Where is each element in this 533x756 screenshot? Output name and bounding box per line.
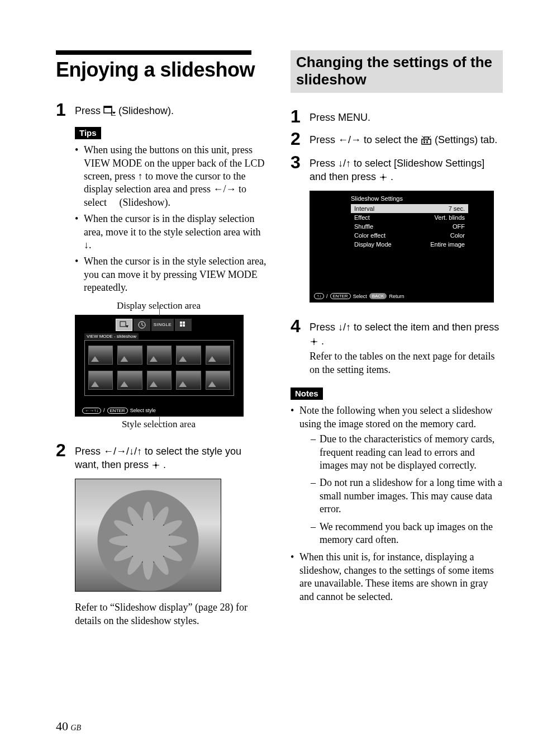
settings-row: Shuffle OFF — [351, 222, 468, 231]
enter-pill: ENTER — [107, 408, 128, 414]
step-text: Press ↓/↑ to select the item and then pr… — [310, 316, 503, 376]
svg-rect-6 — [180, 324, 182, 327]
svg-point-14 — [382, 176, 384, 178]
style-thumb — [176, 346, 201, 365]
style-thumb — [117, 346, 142, 365]
svg-rect-1 — [104, 106, 112, 108]
settings-row: Color effect Color — [351, 231, 468, 240]
step-number: 3 — [291, 152, 310, 171]
callout-line-top — [159, 308, 160, 315]
step-text: Press MENU. — [310, 106, 370, 124]
settings-key: Interval — [354, 205, 374, 212]
hint-text: Select style — [130, 408, 156, 413]
mode-tabs: SINGLE — [116, 319, 192, 331]
step-text-a: Press — [75, 105, 103, 116]
step-2: 2 Press ←/→/↓/↑ to select the style you … — [56, 440, 268, 474]
step-line: . — [163, 459, 166, 470]
flower-petals — [98, 490, 198, 591]
thumb-row — [88, 346, 230, 365]
tips-tag: Tips — [75, 127, 101, 139]
step-number: 4 — [291, 316, 310, 335]
text: (Settings) tab. — [435, 134, 497, 145]
note-sub-item: We recommend you back up images on the m… — [311, 521, 503, 547]
svg-rect-10 — [423, 140, 425, 141]
style-thumb — [88, 346, 113, 365]
step-number: 1 — [291, 106, 310, 125]
enter-icon — [310, 336, 318, 349]
subsection-heading: Changing the settings of the slideshow — [291, 50, 503, 93]
note-sub-item: Due to the characteristics of memory car… — [311, 433, 503, 472]
sample-photo — [75, 479, 221, 592]
r-step-1: 1 Press MENU. — [291, 106, 503, 125]
settings-val: OFF — [453, 223, 465, 230]
hint-return: Return — [389, 294, 404, 299]
reference-text: Refer to “Slideshow display” (page 28) f… — [75, 596, 268, 628]
settings-key: Color effect — [354, 232, 386, 239]
svg-point-15 — [313, 341, 315, 343]
thumb-row — [88, 371, 230, 390]
settings-key: Effect — [354, 214, 370, 221]
slideshow-icon — [103, 106, 116, 119]
step-text: Press ←/→/↓/↑ to select the style you wa… — [75, 440, 241, 474]
page-number: 40 — [56, 719, 68, 733]
section-title: Enjoying a slideshow — [56, 58, 268, 82]
style-thumb — [176, 371, 201, 390]
display-selection-mock: SINGLE VIEW MODE - slideshow — [75, 315, 244, 417]
step-number: 2 — [291, 129, 310, 148]
settings-icon — [421, 135, 432, 148]
note-intro: Note the following when you select a sli… — [299, 405, 492, 429]
back-pill: BACK — [369, 293, 387, 299]
notes-tag: Notes — [291, 388, 323, 400]
svg-rect-7 — [183, 324, 185, 327]
text: Press ←/→ to select the — [310, 134, 421, 145]
enter-icon — [151, 460, 160, 473]
svg-rect-2 — [120, 322, 126, 327]
style-thumb — [206, 371, 230, 390]
hint-select: Select — [353, 294, 367, 299]
style-thumb — [117, 371, 142, 390]
tab-index-icon — [175, 319, 192, 331]
settings-title: Slideshow Settings — [351, 195, 403, 202]
svg-rect-4 — [180, 322, 182, 324]
callout-line-bot — [159, 416, 160, 424]
nav-pill: ↑↓ — [314, 293, 324, 299]
note-sub-item: Do not run a slideshow for a long time w… — [311, 476, 503, 516]
notes-list: Note the following when you select a sli… — [291, 404, 503, 603]
svg-rect-13 — [426, 142, 428, 143]
settings-val: Color — [450, 232, 465, 239]
enter-pill: ENTER — [330, 293, 351, 299]
mode-label: VIEW MODE - slideshow — [84, 333, 139, 339]
step-number: 2 — [56, 440, 75, 459]
enter-icon — [379, 172, 388, 185]
settings-val: Vert. blinds — [435, 214, 465, 221]
r-step-4: 4 Press ↓/↑ to select the item and then … — [291, 316, 503, 376]
two-column-layout: Enjoying a slideshow 1 Press (Slideshow)… — [56, 50, 494, 628]
tab-single: SINGLE — [151, 319, 174, 331]
settings-val: 7 sec. — [449, 205, 465, 212]
tab-clock-icon — [134, 319, 150, 331]
style-thumb — [206, 346, 230, 365]
tip-item: When using the buttons on this unit, pre… — [75, 144, 268, 209]
tab-slideshow-icon — [116, 319, 132, 331]
r-step-2: 2 Press ←/→ to select the (Settings) tab… — [291, 129, 503, 148]
style-thumb — [147, 371, 172, 390]
style-grid — [84, 340, 234, 396]
slideshow-settings-mock: Slideshow Settings Interval 7 sec. Effec… — [310, 191, 494, 303]
tip-item: When the cursor is in the style selectio… — [75, 255, 268, 294]
note-sublist: Due to the characteristics of memory car… — [299, 431, 503, 546]
text: Press ↓/↑ to select the item and then pr… — [310, 322, 499, 333]
left-column: Enjoying a slideshow 1 Press (Slideshow)… — [56, 50, 268, 628]
style-area-caption: Style selection area — [75, 419, 242, 430]
heading-rule — [56, 50, 251, 55]
text: . — [391, 171, 393, 182]
r-step-3: 3 Press ↓/↑ to select [Slideshow Setting… — [291, 152, 503, 186]
settings-val: Entire image — [430, 241, 465, 248]
settings-row: Interval 7 sec. — [351, 204, 468, 213]
step-line: Press ←/→/↓/↑ to select the style you — [75, 446, 241, 457]
page-footer: 40 GB — [56, 719, 81, 734]
svg-rect-5 — [183, 322, 185, 324]
step-text-b: (Slideshow). — [118, 105, 174, 116]
svg-rect-11 — [426, 140, 428, 141]
display-mock-wrap: SINGLE VIEW MODE - slideshow — [56, 315, 268, 417]
settings-row: Effect Vert. blinds — [351, 213, 468, 222]
